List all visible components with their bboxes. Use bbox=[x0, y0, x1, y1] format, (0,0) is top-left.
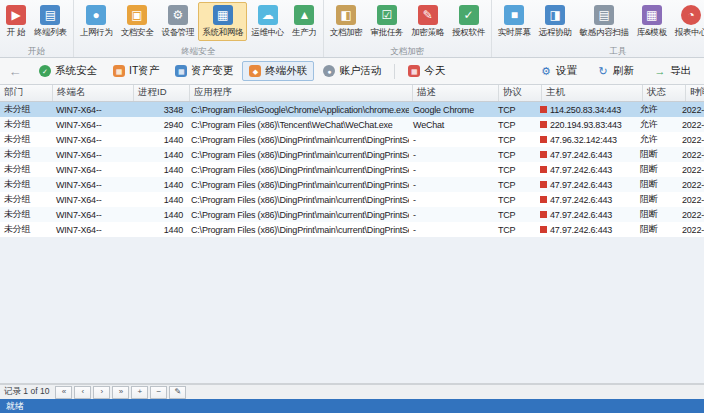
ribbon-button-encrypt-policy[interactable]: ✎加密策略 bbox=[407, 2, 448, 41]
table-row[interactable]: 未分组WIN7-X64--1440C:\Program Files (x86)\… bbox=[0, 222, 704, 237]
doc-security-icon: ▣ bbox=[127, 5, 147, 25]
toolbar-separator bbox=[394, 64, 395, 79]
toolbar-button-label: 账户活动 bbox=[339, 64, 381, 78]
ribbon-button-live-screen[interactable]: ■实时屏幕 bbox=[494, 2, 535, 41]
ribbon-button-label: 报表中心 bbox=[675, 27, 704, 39]
cell-proto: TCP bbox=[494, 222, 536, 237]
ribbon-button-approval-task[interactable]: ☑审批任务 bbox=[367, 2, 408, 41]
cell-app: C:\Program Files (x86)\Tencent\WeChat\We… bbox=[187, 117, 409, 132]
host-flag-icon bbox=[540, 196, 547, 203]
toolbar-button-today[interactable]: ▦今天 bbox=[401, 61, 452, 81]
licensed-software-icon: ✓ bbox=[459, 5, 479, 25]
cell-desc: - bbox=[409, 132, 494, 147]
cell-status: 允许 bbox=[636, 102, 678, 117]
cell-proto: TCP bbox=[494, 147, 536, 162]
cell-proto: TCP bbox=[494, 177, 536, 192]
column-header-desc[interactable]: 描述 bbox=[413, 85, 499, 101]
cell-terminal: WIN7-X64-- bbox=[52, 222, 132, 237]
last-record-icon[interactable]: » bbox=[112, 386, 129, 399]
toolbar-button-asset-change[interactable]: ▦资产变更 bbox=[168, 61, 240, 81]
asset-change-icon: ▦ bbox=[175, 65, 187, 77]
ribbon-button-system-network[interactable]: ▦系统和网络 bbox=[198, 2, 247, 41]
table-row[interactable]: 未分组WIN7-X64--1440C:\Program Files (x86)\… bbox=[0, 207, 704, 222]
cell-app: C:\Program Files (x86)\DingPrint\main\cu… bbox=[187, 162, 409, 177]
report-center-icon: ◔ bbox=[681, 5, 701, 25]
column-header-host[interactable]: 主机 bbox=[542, 85, 643, 101]
ribbon-button-label: 设备管理 bbox=[161, 27, 194, 39]
column-header-status[interactable]: 状态 bbox=[643, 85, 686, 101]
append-record-icon[interactable]: + bbox=[131, 386, 148, 399]
ribbon-button-library-template[interactable]: ▦库&模板 bbox=[633, 2, 671, 41]
cell-app: C:\Program Files (x86)\DingPrint\main\cu… bbox=[187, 132, 409, 147]
column-header-pid[interactable]: 进程ID bbox=[134, 85, 190, 101]
toolbar-button-label: 刷新 bbox=[613, 64, 634, 78]
cell-host: 47.97.242.6:443 bbox=[536, 147, 636, 162]
toolbar-button-label: 设置 bbox=[556, 64, 577, 78]
column-header-terminal[interactable]: 终端名 bbox=[53, 85, 134, 101]
table-row[interactable]: 未分组WIN7-X64--1440C:\Program Files (x86)\… bbox=[0, 132, 704, 147]
ribbon-button-terminal-list[interactable]: ▤终端列表 bbox=[30, 2, 71, 41]
toolbar-button-endpoint-outreach[interactable]: ◆终端外联 bbox=[242, 61, 314, 81]
edit-record-icon[interactable]: ✎ bbox=[169, 386, 186, 399]
table-row[interactable]: 未分组WIN7-X64--2940C:\Program Files (x86)\… bbox=[0, 117, 704, 132]
cell-desc: WeChat bbox=[409, 117, 494, 132]
ribbon-button-doc-security[interactable]: ▣文档安全 bbox=[117, 2, 158, 41]
toolbar-button-system-security[interactable]: ✓系统安全 bbox=[32, 61, 104, 81]
ribbon-button-remote-assist[interactable]: ◨远程协助 bbox=[535, 2, 576, 41]
host-flag-icon bbox=[540, 106, 547, 113]
table-row[interactable]: 未分组WIN7-X64--3348C:\Program Files\Google… bbox=[0, 102, 704, 117]
cell-proto: TCP bbox=[494, 207, 536, 222]
device-mgmt-icon: ⚙ bbox=[168, 5, 188, 25]
next-record-icon[interactable]: › bbox=[93, 386, 110, 399]
ribbon-button-report-center[interactable]: ◔报表中心 bbox=[671, 2, 704, 41]
ribbon-button-start[interactable]: ▶开 始 bbox=[2, 2, 30, 41]
column-filter-icon[interactable]: ▼ bbox=[694, 87, 702, 96]
toolbar-button-label: IT资产 bbox=[129, 64, 159, 78]
ops-center-icon: ☁ bbox=[258, 5, 278, 25]
prev-record-icon[interactable]: ‹ bbox=[74, 386, 91, 399]
cell-time: 2022-04-28 17:01:08 bbox=[678, 102, 704, 117]
ribbon-button-label: 文档安全 bbox=[121, 27, 154, 39]
ribbon-button-web-behavior[interactable]: ●上网行为 bbox=[76, 2, 117, 41]
endpoint-outreach-icon: ◆ bbox=[249, 65, 261, 77]
cell-terminal: WIN7-X64-- bbox=[52, 207, 132, 222]
ribbon-button-label: 上网行为 bbox=[80, 27, 113, 39]
toolbar-button-account-activity[interactable]: ●账户活动 bbox=[316, 61, 388, 81]
column-header-proto[interactable]: 协议 bbox=[499, 85, 542, 101]
cell-proto: TCP bbox=[494, 117, 536, 132]
cell-terminal: WIN7-X64-- bbox=[52, 162, 132, 177]
host-flag-icon bbox=[540, 136, 547, 143]
first-record-icon[interactable]: « bbox=[55, 386, 72, 399]
ribbon-button-device-mgmt[interactable]: ⚙设备管理 bbox=[157, 2, 198, 41]
ribbon-button-productivity[interactable]: ▲生产力 bbox=[288, 2, 321, 41]
ribbon-button-label: 终端列表 bbox=[34, 27, 67, 39]
ribbon-button-ops-center[interactable]: ☁运维中心 bbox=[247, 2, 288, 41]
cell-group: 未分组 bbox=[0, 147, 52, 162]
toolbar-button-label: 今天 bbox=[424, 64, 445, 78]
toolbar-button-settings[interactable]: ⚙设置 bbox=[533, 61, 584, 81]
toolbar-button-it-asset[interactable]: ▦IT资产 bbox=[106, 61, 166, 81]
column-header-group[interactable]: 部门 bbox=[0, 85, 53, 101]
cell-status: 阻断 bbox=[636, 162, 678, 177]
cell-status: 允许 bbox=[636, 132, 678, 147]
cell-status: 阻断 bbox=[636, 147, 678, 162]
cell-time: 2022-04-28 16:59:09 bbox=[678, 147, 704, 162]
table-row[interactable]: 未分组WIN7-X64--1440C:\Program Files (x86)\… bbox=[0, 177, 704, 192]
delete-record-icon[interactable]: − bbox=[150, 386, 167, 399]
system-security-icon: ✓ bbox=[39, 65, 51, 77]
table-row[interactable]: 未分组WIN7-X64--1440C:\Program Files (x86)\… bbox=[0, 147, 704, 162]
ribbon-button-doc-encrypt[interactable]: ◧文档加密 bbox=[326, 2, 367, 41]
cell-pid: 1440 bbox=[132, 192, 187, 207]
table-row[interactable]: 未分组WIN7-X64--1440C:\Program Files (x86)\… bbox=[0, 162, 704, 177]
cell-terminal: WIN7-X64-- bbox=[52, 117, 132, 132]
cell-status: 阻断 bbox=[636, 177, 678, 192]
ribbon-button-licensed-software[interactable]: ✓授权软件 bbox=[448, 2, 489, 41]
toolbar-button-export[interactable]: →导出 bbox=[647, 61, 698, 81]
back-button[interactable]: ← bbox=[6, 64, 24, 79]
cell-terminal: WIN7-X64-- bbox=[52, 177, 132, 192]
ribbon-button-sensitive-scan[interactable]: ▤敏感内容扫描 bbox=[576, 2, 633, 41]
table-row[interactable]: 未分组WIN7-X64--1440C:\Program Files (x86)\… bbox=[0, 192, 704, 207]
column-header-app[interactable]: 应用程序 bbox=[190, 85, 413, 101]
toolbar-button-refresh[interactable]: ↻刷新 bbox=[590, 61, 641, 81]
cell-host: 114.250.83.34:443 bbox=[536, 102, 636, 117]
